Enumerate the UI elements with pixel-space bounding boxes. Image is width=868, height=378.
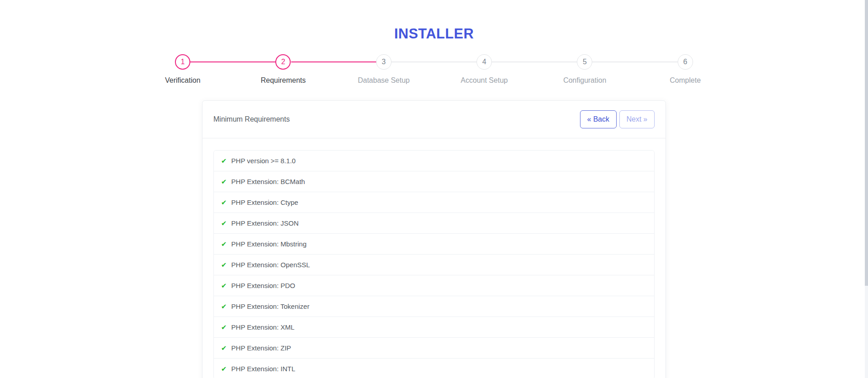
check-icon: ✔ <box>221 218 227 228</box>
requirement-row: ✔ PHP Extension: XML <box>214 317 654 338</box>
requirement-row: ✔ PHP Extension: JSON <box>214 213 654 234</box>
step-1-label: Verification <box>165 76 200 85</box>
requirements-card: Minimum Requirements « Back Next » ✔ PHP… <box>202 100 666 378</box>
requirement-label: PHP Extension: PDO <box>231 281 295 290</box>
step-6-label: Complete <box>670 76 701 85</box>
check-icon: ✔ <box>221 322 227 332</box>
step-2-circle: 2 <box>275 54 291 70</box>
check-icon: ✔ <box>221 343 227 353</box>
card-body: ✔ PHP version >= 8.1.0 ✔ PHP Extension: … <box>203 138 665 378</box>
check-icon: ✔ <box>221 260 227 269</box>
requirement-row: ✔ PHP Extension: Ctype <box>214 192 654 213</box>
requirements-list: ✔ PHP version >= 8.1.0 ✔ PHP Extension: … <box>213 150 655 378</box>
check-icon: ✔ <box>221 281 227 290</box>
requirement-label: PHP Extension: Mbstring <box>231 239 307 249</box>
requirement-label: PHP Extension: BCMath <box>231 177 305 186</box>
step-verification: 1 Verification <box>132 54 233 85</box>
requirement-label: PHP Extension: ZIP <box>231 343 291 353</box>
scrollbar-thumb[interactable] <box>865 0 868 286</box>
requirement-label: PHP Extension: Tokenizer <box>231 302 310 311</box>
step-5-circle: 5 <box>577 54 592 70</box>
page-title: INSTALLER <box>132 25 736 43</box>
card-title: Minimum Requirements <box>213 115 290 123</box>
step-4-circle: 4 <box>476 54 492 70</box>
installer-page: INSTALLER 1 Verification 2 Requirements … <box>0 0 868 378</box>
requirement-row: ✔ PHP Extension: OpenSSL <box>214 255 654 275</box>
requirement-label: PHP Extension: XML <box>231 322 295 332</box>
requirement-row: ✔ PHP version >= 8.1.0 <box>214 151 654 171</box>
step-configuration: 5 Configuration <box>534 54 635 85</box>
requirement-row: ✔ PHP Extension: BCMath <box>214 171 654 192</box>
requirement-row: ✔ PHP Extension: ZIP <box>214 338 654 359</box>
wizard-nav-buttons: « Back Next » <box>580 110 655 128</box>
step-3-circle: 3 <box>376 54 392 70</box>
check-icon: ✔ <box>221 198 227 207</box>
check-icon: ✔ <box>221 156 227 165</box>
card-header: Minimum Requirements « Back Next » <box>203 101 665 138</box>
next-button[interactable]: Next » <box>619 110 655 128</box>
requirement-row: ✔ PHP Extension: PDO <box>214 275 654 296</box>
step-requirements: 2 Requirements <box>233 54 333 85</box>
step-4-label: Account Setup <box>461 76 508 85</box>
check-icon: ✔ <box>221 239 227 249</box>
requirement-label: PHP Extension: OpenSSL <box>231 260 310 269</box>
back-button[interactable]: « Back <box>580 110 617 128</box>
step-5-label: Configuration <box>563 76 606 85</box>
requirement-label: PHP Extension: INTL <box>231 364 295 373</box>
check-icon: ✔ <box>221 302 227 311</box>
requirement-row: ✔ PHP Extension: Mbstring <box>214 234 654 255</box>
step-account-setup: 4 Account Setup <box>434 54 534 85</box>
step-3-label: Database Setup <box>358 76 410 85</box>
requirement-label: PHP version >= 8.1.0 <box>231 156 296 165</box>
wizard-stepper: 1 Verification 2 Requirements 3 Database… <box>132 54 736 85</box>
requirement-row: ✔ PHP Extension: Tokenizer <box>214 296 654 317</box>
step-database-setup: 3 Database Setup <box>334 54 434 85</box>
check-icon: ✔ <box>221 177 227 186</box>
requirement-label: PHP Extension: JSON <box>231 218 299 228</box>
step-complete: 6 Complete <box>635 54 736 85</box>
step-2-label: Requirements <box>261 76 306 85</box>
step-1-circle: 1 <box>175 54 190 70</box>
check-icon: ✔ <box>221 364 227 373</box>
scrollbar-track[interactable] <box>865 0 868 378</box>
step-6-circle: 6 <box>678 54 693 70</box>
requirement-row: ✔ PHP Extension: INTL <box>214 359 654 378</box>
requirement-label: PHP Extension: Ctype <box>231 198 298 207</box>
